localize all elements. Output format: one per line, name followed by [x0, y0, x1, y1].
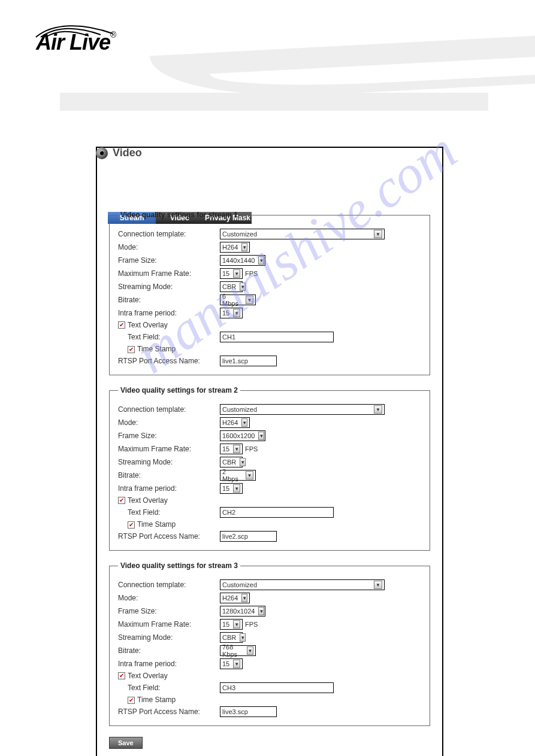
label-rtsp: RTSP Port Access Name: [118, 357, 220, 365]
stream-2-legend: Video quality settings for stream 2 [118, 386, 240, 394]
chevron-down-icon: ▼ [374, 581, 382, 589]
stream3-text-overlay-checkbox[interactable]: ✔ [118, 672, 125, 679]
chevron-down-icon: ▼ [233, 484, 240, 493]
chevron-down-icon: ▼ [240, 633, 246, 642]
stream1-rtsp-input[interactable]: live1.scp [220, 356, 277, 366]
chevron-down-icon: ▼ [233, 309, 240, 317]
label-mode: Mode: [118, 243, 220, 251]
stream1-conn-tpl-select[interactable]: Customized▼ [220, 229, 385, 239]
stream3-intra-select[interactable]: 15▼ [220, 658, 243, 669]
stream1-textfield-input[interactable]: CH1 [220, 332, 334, 342]
stream1-maxfr-select[interactable]: 15▼ [220, 268, 243, 279]
stream1-mode-select[interactable]: H264▼ [220, 242, 250, 253]
chevron-down-icon: ▼ [233, 660, 240, 668]
stream3-textfield-input[interactable]: CH3 [220, 682, 334, 693]
chevron-down-icon: ▼ [258, 432, 264, 440]
label-streaming-mode: Streaming Mode: [118, 283, 220, 291]
stream2-smode-select[interactable]: CBR▼ [220, 457, 243, 467]
stream2-framesize-select[interactable]: 1600x1200▼ [220, 430, 265, 441]
label-bitrate: Bitrate: [118, 296, 220, 304]
chevron-down-icon: ▼ [258, 607, 264, 615]
chevron-down-icon: ▼ [240, 283, 246, 291]
chevron-down-icon: ▼ [246, 471, 253, 479]
stream1-timestamp-checkbox[interactable]: ✔ [128, 346, 135, 353]
label-time-stamp: Time Stamp [137, 345, 176, 353]
stream3-smode-select[interactable]: CBR▼ [220, 632, 243, 643]
stream-2-fieldset: Video quality settings for stream 2 Conn… [109, 386, 430, 551]
stream3-rtsp-input[interactable]: live3.scp [220, 706, 277, 717]
video-page-icon [96, 147, 108, 159]
stream-3-fieldset: Video quality settings for stream 3 Conn… [109, 561, 430, 726]
stream1-bitrate-select[interactable]: 6 Mbps▼ [220, 294, 256, 305]
stream1-smode-select[interactable]: CBR▼ [220, 281, 243, 292]
stream-1-fieldset: Video quality settings for stream 1 Conn… [109, 211, 430, 375]
chevron-down-icon: ▼ [241, 418, 247, 427]
chevron-down-icon: ▼ [233, 269, 240, 278]
chevron-down-icon: ▼ [374, 230, 382, 238]
stream-3-legend: Video quality settings for stream 3 [118, 561, 240, 570]
stream3-maxfr-select[interactable]: 15▼ [220, 619, 243, 630]
brand-logo: Air Live® [36, 30, 116, 55]
stream2-rtsp-input[interactable]: live2.scp [220, 531, 277, 542]
stream2-mode-select[interactable]: H264▼ [220, 417, 250, 428]
chevron-down-icon: ▼ [247, 646, 253, 655]
stream2-intra-select[interactable]: 15▼ [220, 483, 243, 494]
chevron-down-icon: ▼ [240, 458, 246, 466]
label-text-overlay: Text Overlay [128, 321, 168, 329]
chevron-down-icon: ▼ [258, 256, 264, 265]
stream3-mode-select[interactable]: H264▼ [220, 593, 250, 603]
stream3-timestamp-checkbox[interactable]: ✔ [128, 697, 135, 704]
stream2-bitrate-select[interactable]: 2 Mbps▼ [220, 470, 256, 481]
stream2-textfield-input[interactable]: CH2 [220, 507, 334, 518]
settings-panel: Stream Video Privacy Mask Video quality … [96, 147, 443, 756]
banner-bar [60, 93, 488, 111]
chevron-down-icon: ▼ [374, 405, 382, 414]
stream2-maxfr-select[interactable]: 15▼ [220, 444, 243, 454]
stream1-framesize-select[interactable]: 1440x1440▼ [220, 255, 265, 266]
label-frame-size: Frame Size: [118, 256, 220, 265]
chevron-down-icon: ▼ [246, 296, 253, 304]
stream2-conn-tpl-select[interactable]: Customized▼ [220, 404, 385, 415]
stream1-intra-select[interactable]: 15▼ [220, 308, 243, 318]
label-conn-tpl: Connection template: [118, 230, 220, 238]
page-title: Video [113, 147, 142, 159]
stream-1-legend: Video quality settings for stream 1 [118, 211, 240, 219]
fps-suffix: FPS [245, 270, 258, 277]
stream2-timestamp-checkbox[interactable]: ✔ [128, 521, 135, 529]
label-intra: Intra frame period: [118, 309, 220, 317]
label-max-fr: Maximum Frame Rate: [118, 269, 220, 278]
chevron-down-icon: ▼ [233, 620, 240, 629]
chevron-down-icon: ▼ [233, 445, 240, 453]
stream3-conn-tpl-select[interactable]: Customized▼ [220, 579, 385, 590]
label-text-field: Text Field: [118, 333, 220, 341]
chevron-down-icon: ▼ [241, 594, 247, 602]
stream3-framesize-select[interactable]: 1280x1024▼ [220, 606, 265, 617]
save-button[interactable]: Save [109, 737, 143, 749]
stream3-bitrate-select[interactable]: 768 Kbps▼ [220, 645, 256, 656]
chevron-down-icon: ▼ [241, 243, 247, 251]
stream1-text-overlay-checkbox[interactable]: ✔ [118, 321, 125, 329]
stream2-text-overlay-checkbox[interactable]: ✔ [118, 497, 125, 504]
